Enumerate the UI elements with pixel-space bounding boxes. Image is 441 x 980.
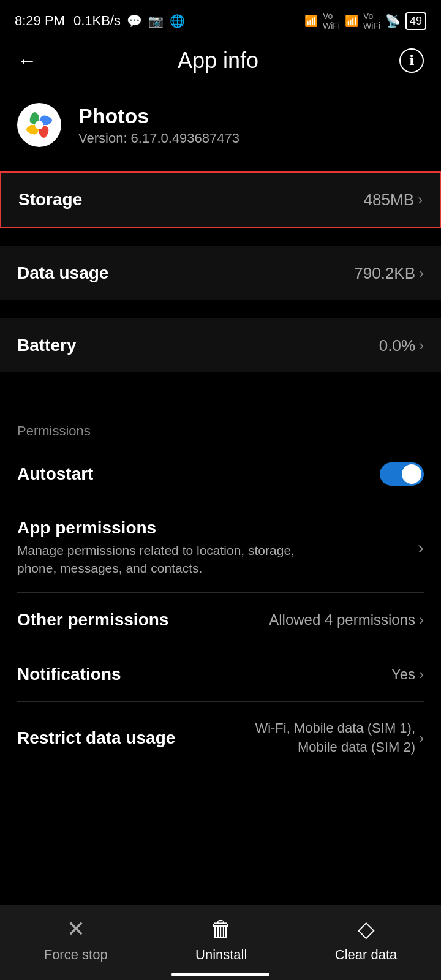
chrome-icon: 🌐 — [170, 13, 185, 28]
gap-2 — [0, 301, 441, 318]
page-title: App info — [178, 48, 258, 74]
data-usage-label: Data usage — [17, 263, 108, 283]
svg-point-0 — [35, 121, 43, 129]
force-stop-icon: ✕ — [67, 916, 85, 942]
app-permissions-label: App permissions — [17, 518, 323, 538]
other-permissions-label: Other permissions — [17, 610, 168, 630]
clear-data-label: Clear data — [335, 947, 398, 963]
force-stop-button[interactable]: ✕ Force stop — [44, 916, 108, 963]
signal-icon-2: 📶 — [345, 14, 358, 28]
clear-data-icon: ◇ — [358, 916, 375, 942]
top-bar: ← App info ℹ — [0, 37, 441, 85]
storage-value: 485MB › — [364, 190, 423, 209]
status-right: 📶 VoWiFi 📶 VoWiFi 📡 49 — [304, 11, 426, 31]
instagram-icon: 📷 — [148, 13, 164, 28]
signal-icon: 📶 — [304, 14, 318, 28]
other-permissions-chevron-icon: › — [419, 611, 424, 628]
restrict-data-value: Wi-Fi, Mobile data (SIM 1), Mobile data … — [252, 719, 424, 757]
autostart-label: Autostart — [17, 464, 93, 484]
restrict-data-row[interactable]: Restrict data usage Wi-Fi, Mobile data (… — [0, 702, 441, 774]
battery-indicator: 49 — [405, 12, 426, 30]
app-icon — [17, 103, 61, 147]
battery-row[interactable]: Battery 0.0% › — [0, 318, 441, 372]
app-info-text: Photos Version: 6.17.0.493687473 — [78, 104, 239, 146]
restrict-data-chevron-icon: › — [419, 728, 424, 748]
notifications-label: Notifications — [17, 665, 121, 684]
photos-logo-icon — [22, 108, 56, 142]
app-permissions-sublabel: Manage permissions related to location, … — [17, 541, 323, 578]
vo-wifi-1: VoWiFi — [323, 11, 340, 31]
app-name: Photos — [78, 104, 239, 128]
back-button[interactable]: ← — [17, 50, 37, 72]
battery-value: 0.0% › — [379, 336, 424, 355]
permissions-section-label: Permissions — [0, 409, 441, 445]
autostart-row[interactable]: Autostart — [0, 445, 441, 503]
storage-chevron-icon: › — [418, 191, 423, 208]
uninstall-label: Uninstall — [195, 947, 247, 963]
data-usage-row[interactable]: Data usage 790.2KB › — [0, 246, 441, 300]
data-usage-value: 790.2KB › — [354, 264, 424, 283]
battery-label: Battery — [17, 336, 76, 355]
other-permissions-value: Allowed 4 permissions › — [269, 611, 424, 628]
force-stop-label: Force stop — [44, 947, 108, 963]
info-icon: ℹ — [409, 53, 414, 69]
gap-1 — [0, 229, 441, 246]
app-permissions-row[interactable]: App permissions Manage permissions relat… — [0, 503, 441, 592]
autostart-toggle[interactable] — [380, 462, 424, 486]
bottom-action-bar: ✕ Force stop 🗑 Uninstall ◇ Clear data — [0, 905, 441, 980]
app-header: Photos Version: 6.17.0.493687473 — [0, 85, 441, 172]
restrict-data-label: Restrict data usage — [17, 728, 175, 748]
info-button[interactable]: ℹ — [399, 48, 424, 73]
uninstall-button[interactable]: 🗑 Uninstall — [195, 916, 247, 963]
app-permissions-chevron-icon: › — [418, 537, 424, 558]
notifications-value: Yes › — [391, 666, 424, 683]
notifications-chevron-icon: › — [419, 666, 424, 683]
data-usage-chevron-icon: › — [419, 265, 424, 282]
status-time: 8:29 PM — [15, 13, 65, 29]
status-speed: 0.1KB/s — [74, 13, 121, 29]
status-bar: 8:29 PM 0.1KB/s 💬 📷 🌐 📶 VoWiFi 📶 VoWiFi … — [0, 0, 441, 37]
bottom-spacer — [0, 774, 441, 872]
whatsapp-icon: 💬 — [127, 13, 142, 28]
clear-data-button[interactable]: ◇ Clear data — [335, 916, 398, 963]
app-permissions-content: App permissions Manage permissions relat… — [17, 518, 323, 578]
wifi-icon: 📡 — [385, 13, 401, 28]
other-permissions-row[interactable]: Other permissions Allowed 4 permissions … — [0, 593, 441, 647]
gap-4 — [0, 391, 441, 409]
storage-label: Storage — [18, 190, 82, 209]
home-indicator — [172, 973, 270, 976]
notifications-row[interactable]: Notifications Yes › — [0, 647, 441, 701]
app-version: Version: 6.17.0.493687473 — [78, 130, 239, 146]
battery-chevron-icon: › — [419, 337, 424, 354]
storage-row[interactable]: Storage 485MB › — [0, 172, 441, 228]
vo-wifi-2: VoWiFi — [363, 11, 380, 31]
gap-3 — [0, 374, 441, 391]
uninstall-icon: 🗑 — [210, 916, 232, 942]
status-left: 8:29 PM 0.1KB/s 💬 📷 🌐 — [15, 13, 185, 29]
